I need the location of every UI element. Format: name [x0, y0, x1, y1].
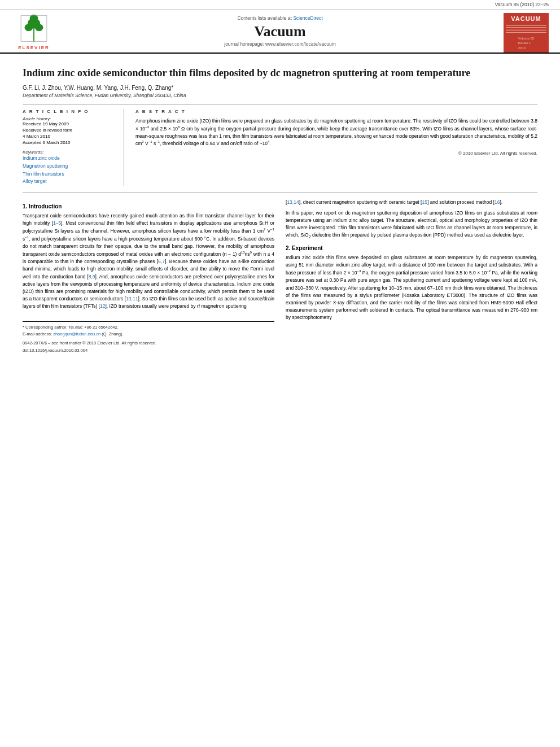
journal-center: Contents lists available at ScienceDirec…: [56, 13, 504, 49]
elsevier-logo: ELSEVIER: [11, 13, 56, 50]
revised-label: Received in revised form: [23, 128, 117, 133]
footnote-area: * Corresponding author. Tel./fax: +86 21…: [23, 321, 274, 337]
article-title: Indium zinc oxide semiconductor thin fil…: [23, 66, 537, 80]
copyright-text: © 2010 Elsevier Ltd. All rights reserved…: [135, 151, 537, 156]
section2-para1: Indium zinc oxide thin films were deposi…: [286, 254, 537, 321]
article-info-title: A R T I C L E I N F O: [23, 109, 117, 114]
accepted-date: Accepted 6 March 2010: [23, 140, 117, 145]
citation-text: Vacuum 85 (2010) 22–25: [495, 2, 549, 7]
journal-header: ELSEVIER Contents lists available at Sci…: [0, 10, 560, 54]
elsevier-tree-icon: [17, 13, 51, 44]
high-text: high: [23, 220, 32, 226]
journal-top-bar: ELSEVIER Contents lists available at Sci…: [11, 13, 549, 53]
footnote-email-link[interactable]: zhangqun@fudan.edu.cn: [53, 331, 100, 337]
keyword-4[interactable]: Alloy target: [23, 178, 117, 186]
ref-1-5[interactable]: 1–5: [53, 220, 61, 226]
homepage-line: journal homepage: www.elsevier.com/locat…: [224, 41, 336, 47]
abstract-text: Amorphous indium zinc oxide (IZO) thin f…: [135, 117, 537, 147]
ref-16[interactable]: 16: [495, 199, 500, 205]
svg-point-3: [25, 24, 33, 31]
affiliation: Department of Materials Science, Fudan U…: [23, 93, 537, 98]
elsevier-label: ELSEVIER: [18, 45, 50, 50]
svg-point-4: [35, 24, 43, 31]
keyword-1[interactable]: Indium zinc oxide: [23, 155, 117, 163]
vacuum-logo-decoration: [506, 24, 546, 34]
article-info-abstract-section: A R T I C L E I N F O Article history: R…: [23, 104, 537, 185]
citation-bar: Vacuum 85 (2010) 22–25: [0, 0, 560, 10]
history-label: Article history:: [23, 116, 117, 121]
body-separator: [23, 193, 537, 193]
ref-6-7[interactable]: 6,7: [158, 259, 165, 264]
keywords-section: Keywords: Indium zinc oxide Magnetron sp…: [23, 150, 117, 185]
vacuum-logo-title: VACUUM: [511, 15, 541, 22]
ref-12[interactable]: 12: [100, 303, 105, 309]
body-columns: 1. Introduction Transparent oxide semico…: [23, 199, 537, 353]
section1-para3: In this paper, we report on dc magnetron…: [286, 209, 537, 241]
section1-para1: Transparent oxide semiconductors have re…: [23, 212, 274, 311]
issn-text: 0042-207X/$ – see front matter © 2010 El…: [23, 340, 156, 346]
doi-text: doi:10.1016/j.vacuum.2010.03.004: [23, 348, 274, 353]
bottom-bar: 0042-207X/$ – see front matter © 2010 El…: [23, 340, 274, 348]
sciencedirect-link[interactable]: ScienceDirect: [293, 15, 322, 21]
received-date: Received 19 May 2009: [23, 121, 117, 126]
abstract-column: A B S T R A C T Amorphous indium zinc ox…: [135, 109, 537, 185]
keyword-2[interactable]: Magnetron sputtering: [23, 163, 117, 171]
contents-line: Contents lists available at ScienceDirec…: [237, 15, 322, 21]
footnote-email-line: E-mail address: zhangqun@fudan.edu.cn (Q…: [23, 331, 274, 337]
abstract-title: A B S T R A C T: [135, 109, 537, 114]
ref-8-9[interactable]: 8,9: [89, 274, 95, 279]
keyword-3[interactable]: Thin film transistors: [23, 171, 117, 178]
revised-date: 4 March 2010: [23, 134, 117, 139]
section2-heading: 2. Experiment: [286, 245, 537, 251]
footnote-corresponding: * Corresponding author. Tel./fax: +86 21…: [23, 324, 274, 330]
journal-name: Vacuum: [254, 23, 306, 40]
keywords-label: Keywords:: [23, 150, 117, 155]
ref-13-14[interactable]: 13,14: [287, 199, 299, 205]
body-right-col: [13,14], direct current magnetron sputte…: [286, 199, 537, 353]
authors: G.F. Li, J. Zhou, Y.W. Huang, M. Yang, J…: [23, 85, 537, 91]
ref-15[interactable]: 15: [422, 199, 427, 205]
vacuum-logo-box: VACUUM Volume 85Issues 12010: [504, 13, 549, 53]
ref-10-11[interactable]: 10,11: [126, 296, 138, 302]
page: Vacuum 85 (2010) 22–25: [0, 0, 560, 747]
main-content: Indium zinc oxide semiconductor thin fil…: [0, 54, 560, 362]
section1-para2: [13,14], direct current magnetron sputte…: [286, 199, 537, 206]
body-left-col: 1. Introduction Transparent oxide semico…: [23, 199, 274, 353]
article-info-column: A R T I C L E I N F O Article history: R…: [23, 109, 124, 185]
section1-heading: 1. Introduction: [23, 203, 274, 209]
